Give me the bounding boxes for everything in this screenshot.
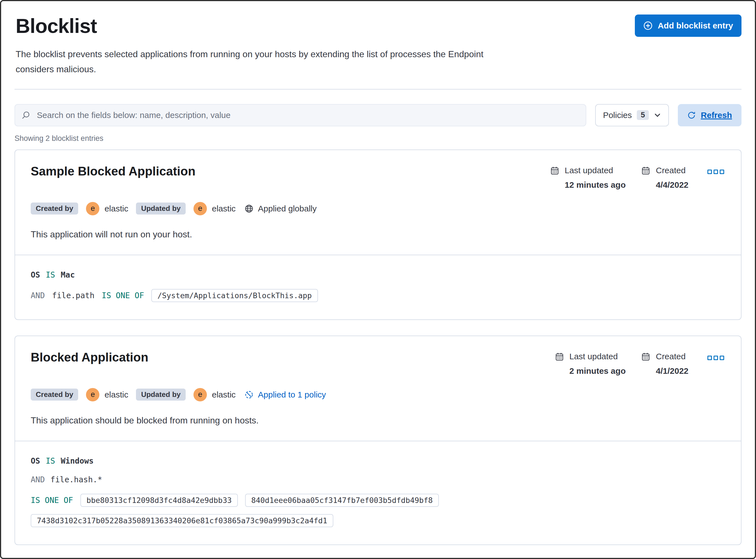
add-blocklist-entry-button[interactable]: Add blocklist entry bbox=[635, 15, 741, 37]
entry-meta: Last updated 2 minutes ago Created bbox=[555, 350, 726, 376]
condition-operator: IS bbox=[46, 456, 55, 466]
user-name: elastic bbox=[212, 390, 236, 399]
created-by-badge: Created by bbox=[31, 388, 78, 401]
boxes-horizontal-icon bbox=[708, 170, 712, 174]
entry-title: Blocked Application bbox=[31, 350, 148, 365]
last-updated-meta: Last updated 2 minutes ago bbox=[555, 352, 626, 376]
policies-label: Policies bbox=[603, 110, 632, 120]
entry-attribution: Created by e elastic Updated by e elasti… bbox=[31, 388, 725, 401]
refresh-icon bbox=[687, 111, 696, 119]
search-input[interactable] bbox=[36, 110, 580, 120]
user-name: elastic bbox=[104, 204, 128, 214]
user-name: elastic bbox=[212, 204, 236, 214]
created-by-user: e elastic bbox=[86, 388, 128, 401]
last-updated-meta: Last updated 12 minutes ago bbox=[550, 166, 626, 190]
last-updated-label: Last updated bbox=[565, 166, 626, 175]
condition-value-pill: /System/Applications/BlockThis.app bbox=[151, 289, 318, 302]
globe-icon bbox=[244, 204, 254, 213]
updated-by-user: e elastic bbox=[193, 388, 236, 401]
page-description: The blocklist prevents selected applicat… bbox=[16, 47, 496, 77]
last-updated-label: Last updated bbox=[569, 352, 626, 361]
updated-by-badge: Updated by bbox=[136, 202, 186, 215]
updated-by-badge: Updated by bbox=[136, 388, 186, 401]
partial-circle-icon bbox=[244, 390, 254, 399]
avatar: e bbox=[86, 202, 100, 215]
condition-value: Mac bbox=[61, 270, 75, 280]
calendar-icon bbox=[641, 166, 650, 190]
created-by-user: e elastic bbox=[86, 202, 128, 215]
entry-title: Sample Blocked Application bbox=[31, 164, 195, 179]
calendar-icon bbox=[641, 352, 650, 376]
entry-attribution: Created by e elastic Updated by e elasti… bbox=[31, 202, 725, 215]
blocklist-entries: Sample Blocked Application Last updated … bbox=[15, 150, 741, 545]
created-label: Created bbox=[656, 166, 688, 175]
condition-field: file.hash.* bbox=[50, 475, 102, 484]
blocklist-page: Blocklist Add blocklist entry The blockl… bbox=[0, 0, 756, 559]
condition-operator: IS bbox=[46, 270, 55, 280]
entry-actions-menu-button[interactable] bbox=[706, 352, 725, 363]
toolbar: Policies 5 Refresh bbox=[15, 104, 741, 126]
created-value: 4/4/2022 bbox=[656, 180, 688, 190]
entry-conditions: OS IS Mac AND file.path IS ONE OF /Syste… bbox=[15, 255, 741, 319]
created-by-badge: Created by bbox=[31, 202, 78, 215]
condition-field: file.path bbox=[52, 291, 95, 300]
policies-filter-button[interactable]: Policies 5 bbox=[595, 104, 669, 126]
condition-value-pill: bbe80313cf12098d3fc4d8a42e9dbb33 bbox=[80, 494, 238, 507]
entry-meta: Last updated 12 minutes ago Created bbox=[550, 164, 725, 190]
avatar: e bbox=[86, 388, 100, 401]
blocklist-entry-card: Sample Blocked Application Last updated … bbox=[15, 150, 741, 320]
condition-field: OS bbox=[31, 456, 40, 466]
applied-policy-link[interactable]: Applied to 1 policy bbox=[244, 390, 326, 399]
calendar-icon bbox=[555, 352, 564, 376]
blocklist-entry-card: Blocked Application Last updated 2 minut… bbox=[15, 336, 741, 545]
chevron-down-icon bbox=[654, 112, 661, 119]
condition-field: OS bbox=[31, 270, 40, 280]
plus-circle-icon bbox=[643, 21, 653, 30]
user-name: elastic bbox=[104, 390, 128, 399]
last-updated-value: 2 minutes ago bbox=[569, 366, 626, 376]
condition-operator: IS ONE OF bbox=[31, 496, 73, 505]
avatar: e bbox=[193, 388, 207, 401]
entry-actions-menu-button[interactable] bbox=[706, 166, 725, 177]
search-icon bbox=[21, 111, 30, 120]
last-updated-value: 12 minutes ago bbox=[565, 180, 626, 190]
condition-conjunction: AND bbox=[31, 291, 45, 300]
updated-by-user: e elastic bbox=[193, 202, 236, 215]
refresh-label: Refresh bbox=[701, 110, 732, 120]
calendar-icon bbox=[550, 166, 559, 190]
condition-value-pill: 840d1eee06baa05cf3147fb7ef003b5dfdb49bf8 bbox=[245, 494, 439, 507]
condition-conjunction: AND bbox=[31, 475, 45, 484]
created-meta: Created 4/1/2022 bbox=[641, 352, 688, 376]
created-label: Created bbox=[656, 352, 688, 361]
condition-value-pill: 7438d3102c317b05228a350891363340206e81cf… bbox=[31, 514, 333, 527]
page-header: Blocklist Add blocklist entry bbox=[15, 14, 741, 38]
add-blocklist-entry-label: Add blocklist entry bbox=[658, 21, 733, 30]
policies-count-badge: 5 bbox=[637, 110, 649, 120]
created-meta: Created 4/4/2022 bbox=[641, 166, 688, 190]
entries-summary: Showing 2 blocklist entries bbox=[15, 134, 741, 143]
entry-description: This application should be blocked from … bbox=[31, 415, 725, 426]
applied-globally-label: Applied globally bbox=[244, 204, 317, 214]
page-title: Blocklist bbox=[16, 15, 97, 38]
refresh-button[interactable]: Refresh bbox=[678, 104, 741, 126]
entry-description: This application will not run on your ho… bbox=[31, 229, 725, 240]
boxes-horizontal-icon bbox=[708, 356, 712, 360]
condition-value: Windows bbox=[61, 456, 93, 466]
condition-operator: IS ONE OF bbox=[102, 291, 144, 300]
header-divider bbox=[15, 89, 741, 90]
created-value: 4/1/2022 bbox=[656, 366, 688, 376]
avatar: e bbox=[193, 202, 207, 215]
entry-conditions: OS IS Windows AND file.hash.* IS ONE OF … bbox=[15, 441, 741, 544]
search-box bbox=[15, 104, 586, 126]
